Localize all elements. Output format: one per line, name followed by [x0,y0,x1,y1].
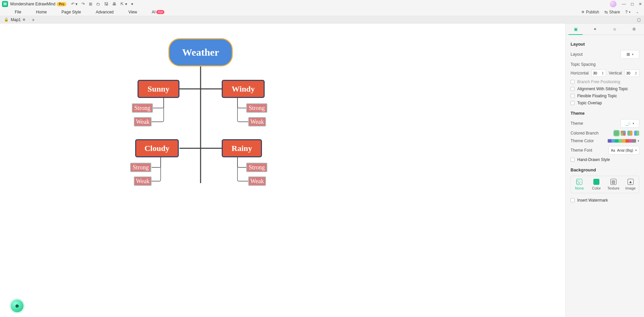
theme-color-label: Theme Color [571,139,594,143]
swatch-4[interactable] [634,130,639,136]
menu-advanced[interactable]: Advanced [88,10,121,14]
none-icon: ⃠ [576,179,582,185]
panel-tab-security[interactable]: ☺ [605,23,625,35]
node-windy-strong[interactable]: Strong [246,103,267,113]
node-cloudy-strong[interactable]: Strong [130,163,151,172]
spacing-label: Topic Spacing [571,62,639,67]
check-align-sibling[interactable]: Alignment With Sibling Topic [571,87,639,91]
app-name: Wondershare EdrawMind [10,2,55,6]
swatch-2[interactable] [621,130,626,136]
hot-badge: Hot [156,10,164,14]
theme-dropdown[interactable]: ⎯⊂ ▾ [621,119,639,128]
open-icon[interactable]: 🗀 [96,2,100,6]
panel-tab-ai[interactable]: ✦ [585,23,605,35]
chevron-down-icon: ▾ [633,122,634,125]
theme-color-picker[interactable] [607,139,636,143]
colored-branch-label: Colored Branch [571,131,598,136]
page-icon: ▣ [574,27,578,32]
horizontal-input[interactable] [592,71,601,75]
vertical-input[interactable] [625,71,634,75]
bg-color[interactable]: Color [588,176,605,193]
node-windy[interactable]: Windy [222,80,265,98]
share-icon: ⇆ [604,10,608,14]
connector-layer [0,23,566,317]
check-flex-float[interactable]: Flexible Floating Topic [571,94,639,98]
menu-ai[interactable]: AI Hot [145,10,172,14]
check-branch-free[interactable]: Branch Free Positioning [571,80,639,84]
panel-tab-page[interactable]: ▣ [566,23,585,35]
node-root[interactable]: Weather [168,38,233,66]
document-tab[interactable]: 🔒 Map1 [0,16,29,23]
background-options: ⃠ None Color ▨ Texture ▲ Image [571,176,639,193]
new-icon[interactable]: ⊞ [89,2,92,6]
workspace: Weather Sunny Strong Weak Windy Strong W… [0,23,644,317]
gear-icon: ⚙ [632,27,636,32]
save-icon[interactable]: 🖫 [104,2,108,6]
spin-down-icon[interactable]: ▼ [602,73,605,75]
share-button[interactable]: ⇆ Share [604,10,620,14]
node-sunny-weak[interactable]: Weak [134,117,152,126]
tab-label: Map1 [11,17,21,22]
texture-icon: ▨ [610,179,616,185]
menu-chevron-down-icon[interactable]: ⌄ [636,10,639,14]
horizontal-spinner[interactable]: ▲▼ [591,69,606,77]
qat-more-icon[interactable]: ▾ [131,2,133,6]
color-icon [593,179,599,185]
swatch-1[interactable] [614,130,619,136]
export-icon[interactable]: ⇱ ▾ [120,2,127,6]
chevron-down-icon[interactable]: ▾ [638,139,639,143]
bg-image[interactable]: ▲ Image [622,176,639,193]
menu-file[interactable]: File [7,10,29,14]
menu-page-style[interactable]: Page Style [54,10,88,14]
undo-icon[interactable]: ↶ ▾ [71,2,77,6]
spin-down-icon[interactable]: ▼ [635,73,638,75]
new-tab-button[interactable]: + [29,17,37,22]
node-rainy-weak[interactable]: Weak [248,176,266,186]
window-close-icon[interactable]: ✕ [639,2,642,6]
window-minimize-icon[interactable]: ― [622,2,626,6]
user-avatar[interactable] [610,1,616,7]
bg-none[interactable]: ⃠ None [571,176,588,193]
help-button[interactable]: ? ▾ [625,10,631,14]
ai-assistant-bubble[interactable]: ☻ [11,300,23,312]
node-sunny[interactable]: Sunny [138,80,179,98]
theme-font-label: Theme Font [571,148,592,153]
title-bar: M Wondershare EdrawMind Pro ↶ ▾ ↷ ⊞ 🗀 🖫 … [0,0,644,8]
print-icon[interactable]: 🖶 [112,2,116,6]
chevron-down-icon: ▾ [632,53,634,56]
panel-tab-settings[interactable]: ⚙ [625,23,644,35]
bg-texture[interactable]: ▨ Texture [605,176,622,193]
swatch-3[interactable] [627,130,633,136]
publish-icon: ✈ [581,10,585,14]
horizontal-label: Horizontal [571,71,589,75]
check-hand-drawn[interactable]: Hand-Drawn Style [571,157,639,162]
toggle-panel-icon[interactable]: ▢ [634,17,644,22]
vertical-spinner[interactable]: ▲▼ [625,69,639,77]
canvas[interactable]: Weather Sunny Strong Weak Windy Strong W… [0,23,566,317]
check-watermark[interactable]: Insert Watermark [571,198,639,203]
menu-view[interactable]: View [121,10,145,14]
checkbox-icon [571,80,575,84]
chevron-down-icon: ▾ [635,149,637,152]
node-windy-weak[interactable]: Weak [248,117,266,126]
window-maximize-icon[interactable]: ◻ [631,2,634,6]
menu-bar: File Home Page Style Advanced View AI Ho… [0,8,644,16]
redo-icon[interactable]: ↷ [82,2,85,6]
node-rainy[interactable]: Rainy [222,139,262,157]
node-cloudy[interactable]: Cloudy [135,139,179,157]
theme-font-dropdown[interactable]: Aa Arial (Big) ▾ [608,146,639,155]
layout-dropdown[interactable]: ⊞ ▾ [621,50,639,59]
check-overlap[interactable]: Topic Overlap [571,101,639,105]
app-logo-icon: M [2,1,8,7]
layout-heading: Layout [571,42,639,47]
node-sunny-strong[interactable]: Strong [132,103,153,113]
theme-preview-icon: ⎯⊂ [626,121,631,126]
background-heading: Background [571,167,639,172]
checkbox-icon [571,87,575,91]
node-rainy-strong[interactable]: Strong [246,163,267,172]
publish-button[interactable]: ✈ Publish [581,10,599,14]
image-icon: ▲ [628,179,634,185]
lock-icon: 🔒 [4,17,9,22]
node-cloudy-weak[interactable]: Weak [134,176,152,186]
menu-home[interactable]: Home [29,10,54,14]
